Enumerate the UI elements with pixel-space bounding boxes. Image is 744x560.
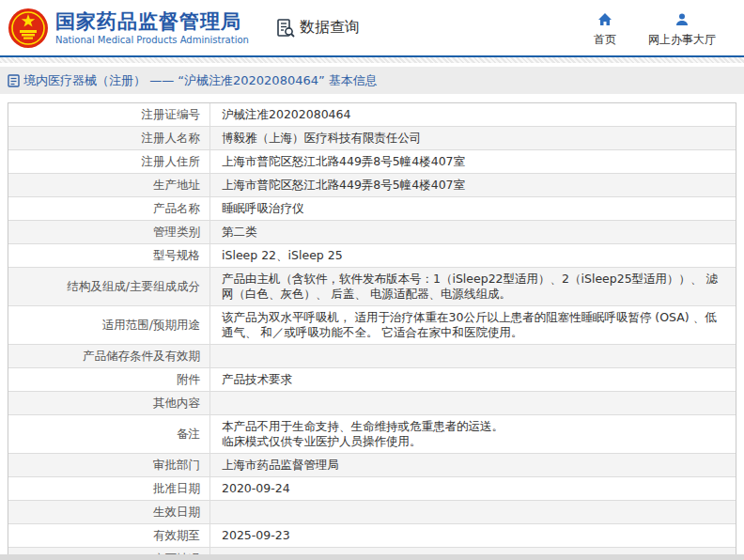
table-row: 适用范围/预期用途该产品为双水平呼吸机， 适用于治疗体重在30公斤以上患者的阻塞…: [8, 306, 736, 345]
header-nav: 首页 网上办事大厅: [594, 8, 716, 48]
field-label-text: 审批部门: [153, 458, 200, 473]
field-value: 上海市普陀区怒江北路449弄8号5幢4楼407室: [210, 174, 736, 196]
field-value: 上海市药品监督管理局: [210, 454, 736, 476]
field-label-text: 有效期至: [153, 528, 200, 543]
page-icon: [8, 74, 20, 87]
table-row: 附件产品技术要求: [8, 368, 736, 392]
breadcrumb-bar: 境内医疗器械（注册） —— “沪械注准20202080464” 基本信息: [0, 67, 744, 94]
field-label: 型号规格: [8, 244, 210, 267]
field-value: [210, 501, 736, 523]
field-label-text: 产品储存条件及有效期: [83, 349, 200, 364]
field-label: 批准日期: [8, 477, 210, 500]
data-query-tab[interactable]: 数据查询: [275, 18, 360, 39]
field-label: 其他内容: [8, 392, 210, 414]
field-label-text: 型号规格: [153, 248, 200, 263]
field-label: 注册人住所: [8, 150, 210, 173]
table-row: 注册人名称博毅雅（上海）医疗科技有限责任公司: [8, 127, 736, 150]
table-row: 其他内容: [8, 392, 736, 415]
field-label: 生产地址: [8, 174, 210, 196]
table-row: 有效期至2025-09-23: [8, 524, 736, 548]
nav-home-label: 首页: [594, 32, 616, 48]
field-value: 上海市普陀区怒江北路449弄8号5幢4楼407室: [210, 150, 736, 173]
field-value: [210, 392, 736, 414]
field-label-text: 注册证编号: [142, 107, 201, 122]
field-value: [210, 345, 736, 367]
site-subtitle: National Medical Products Administration: [55, 35, 249, 45]
table-row: 结构及组成/主要组成成分产品由主机（含软件，软件发布版本号：1（iSleep22…: [8, 268, 736, 306]
field-value: 本产品不用于生命支持、生命维持或危重患者的运送。 临床模式仅供专业医护人员操作使…: [210, 415, 736, 453]
field-label-text: 注册人名称: [142, 131, 201, 146]
field-label-text: 适用范围/预期用途: [102, 318, 200, 333]
field-label: 适用范围/预期用途: [8, 306, 210, 344]
table-row: 管理类别第二类: [8, 221, 736, 244]
field-label-text: 附件: [177, 372, 200, 387]
field-label-text: 备注: [177, 427, 200, 442]
field-label: 生效日期: [8, 501, 210, 523]
field-value: 沪械注准20202080464: [210, 103, 736, 126]
site-header: 国家药品监督管理局 National Medical Products Admi…: [0, 0, 744, 57]
field-label: 附件: [8, 368, 210, 391]
nav-home[interactable]: 首页: [594, 8, 616, 48]
field-label: 产品名称: [8, 197, 210, 220]
field-value: 产品由主机（含软件，软件发布版本号：1（iSleep22型适用）、2（iSlee…: [210, 268, 736, 305]
table-row: 生产地址上海市普陀区怒江北路449弄8号5幢4楼407室: [8, 174, 736, 197]
table-row: 产品名称睡眠呼吸治疗仪: [8, 197, 736, 221]
field-value: 2020-09-24: [210, 477, 736, 500]
home-icon: [597, 12, 612, 27]
table-row: 型号规格iSleep 22、iSleep 25: [8, 244, 736, 268]
field-label-text: 管理类别: [153, 225, 200, 240]
header-shadow-strip: [0, 57, 744, 63]
field-label-text: 结构及组成/主要组成成分: [67, 279, 200, 294]
field-label-text: 批准日期: [153, 481, 200, 496]
field-value: 第二类: [210, 221, 736, 243]
user-icon: [674, 12, 690, 27]
breadcrumb-text: 境内医疗器械（注册） —— “沪械注准20202080464” 基本信息: [23, 72, 378, 89]
table-row: 备注本产品不用于生命支持、生命维持或危重患者的运送。 临床模式仅供专业医护人员操…: [8, 415, 736, 454]
field-label: 管理类别: [8, 221, 210, 243]
field-label-text: 生产地址: [153, 178, 200, 193]
registration-info-table: 注册证编号沪械注准20202080464注册人名称博毅雅（上海）医疗科技有限责任…: [8, 102, 736, 560]
data-query-label: 数据查询: [300, 18, 360, 38]
field-label: 审批部门: [8, 454, 210, 476]
field-label: 备注: [8, 415, 210, 453]
field-value: iSleep 22、iSleep 25: [210, 244, 736, 267]
footer-strip: [0, 554, 744, 560]
site-title: 国家药品监督管理局: [55, 10, 249, 33]
table-row: 审批部门上海市药品监督管理局: [8, 454, 736, 477]
field-value: 2025-09-23: [210, 524, 736, 547]
field-label-text: 产品名称: [153, 201, 200, 216]
field-label-text: 其他内容: [153, 396, 200, 411]
table-row: 注册人住所上海市普陀区怒江北路449弄8号5幢4楼407室: [8, 150, 736, 174]
field-value: 睡眠呼吸治疗仪: [210, 197, 736, 220]
table-row: 批准日期2020-09-24: [8, 477, 736, 501]
field-label: 注册证编号: [8, 103, 210, 126]
field-value: 产品技术要求: [210, 368, 736, 391]
nav-service-hall[interactable]: 网上办事大厅: [648, 8, 716, 48]
site-title-block: 国家药品监督管理局 National Medical Products Admi…: [55, 10, 249, 45]
nav-service-hall-label: 网上办事大厅: [648, 32, 716, 48]
field-label: 产品储存条件及有效期: [8, 345, 210, 367]
table-row: 产品储存条件及有效期: [8, 345, 736, 368]
field-value: 该产品为双水平呼吸机， 适用于治疗体重在30公斤以上患者的阻塞性睡眠呼吸暂停 (…: [210, 306, 736, 344]
field-label: 结构及组成/主要组成成分: [8, 268, 210, 305]
national-emblem-logo: [8, 8, 49, 49]
field-label: 有效期至: [8, 524, 210, 547]
field-value: 博毅雅（上海）医疗科技有限责任公司: [210, 127, 736, 149]
breadcrumb: 境内医疗器械（注册） —— “沪械注准20202080464” 基本信息: [8, 72, 378, 89]
field-label: 注册人名称: [8, 127, 210, 149]
document-search-icon: [275, 18, 296, 39]
table-row: 生效日期: [8, 501, 736, 524]
field-label-text: 注册人住所: [142, 154, 201, 169]
table-row: 注册证编号沪械注准20202080464: [8, 103, 736, 127]
logo-block[interactable]: 国家药品监督管理局 National Medical Products Admi…: [8, 8, 249, 49]
field-label-text: 生效日期: [153, 505, 200, 520]
